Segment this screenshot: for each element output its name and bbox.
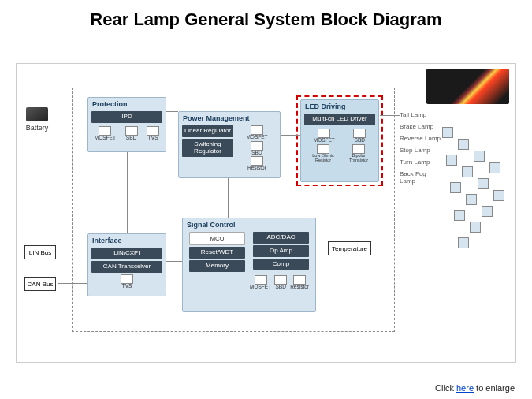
page-title: Rear Lamp General System Block Diagram [0,0,532,35]
led-node [489,162,500,173]
block-interface: Interface LIN/CXPI CAN Transceiver TVS [87,233,166,296]
symbol-sbd [125,126,138,136]
led-node [474,151,485,162]
led-node [493,190,504,201]
can-bus-port: CAN Bus [24,277,56,291]
chip-adc-dac: ADC/DAC [253,232,309,244]
connector-line [166,261,182,262]
lamp-label-turn: Turn Lamp [400,158,430,166]
led-node [442,127,453,138]
sym-label-sbd-sc: SBD [275,285,285,290]
chip-mcu: MCU [189,232,245,245]
sym-label-mosfet-sc: MOSFET [250,285,271,290]
chip-can-transceiver: CAN Transceiver [91,261,162,273]
led-node [458,139,469,150]
symbol-tvs-if [121,274,133,284]
symbol-mosfet [99,126,111,136]
led-node [454,210,465,221]
symbol-resistor-sc [293,275,306,285]
connector-line [127,152,128,233]
enlarge-link[interactable]: here [456,383,474,393]
diagram-canvas: Battery LIN Bus CAN Bus Protection IPD M… [16,63,516,363]
connector-line [50,114,87,114]
lamp-label-tail: Tail Lamp [400,111,426,118]
sym-label-sbd: SBD [126,136,136,141]
block-signal-control: Signal Control MCU Reset/WDT Memory ADC/… [182,218,316,312]
battery-label: Battery [23,124,51,132]
led-node [458,237,469,248]
connector-line [58,283,87,284]
lamp-label-reverse: Reverse Lamp [400,135,441,142]
sym-label-mosfet-pm: MOSFET [246,135,267,140]
sym-label-tvs: TVS [148,136,158,141]
chip-opamp: Op Amp [253,245,309,257]
sym-label-resistor-pm: Resistor [247,166,266,171]
rear-lamp-photo [426,69,509,104]
led-node [446,155,457,166]
block-protection-title: Protection [88,98,166,110]
chip-ipd: IPD [91,111,162,123]
lin-bus-port: LIN Bus [24,245,56,259]
connector-line [317,248,328,248]
block-power-management: Power Management Linear Regulator Switch… [178,111,281,178]
led-node [466,194,477,205]
block-protection: Protection IPD MOSFET SBD TVS [87,97,166,152]
footer-suffix: to enlarge [474,383,515,393]
chip-memory: Memory [189,260,245,272]
block-signal-title: Signal Control [183,218,315,230]
connector-line [58,252,87,252]
led-node [470,222,481,233]
block-power-title: Power Management [179,112,280,124]
chip-lin-cxpi: LIN/CXPI [91,248,162,259]
sym-label-sbd-pm: SBD [251,151,262,156]
sym-label-tvs-if: TVS [122,284,132,289]
temperature-port: Temperature [328,241,371,255]
connector-line [166,111,178,112]
led-node [482,206,493,217]
connector-line [380,115,400,116]
symbol-sbd-pm [251,141,263,151]
footer-prefix: Click [435,383,456,393]
chip-switching-regulator: Switching Regulator [182,139,233,158]
symbol-tvs [147,126,159,136]
block-interface-title: Interface [88,234,166,246]
chip-linear-regulator: Linear Regulator [182,125,233,137]
symbol-sbd-sc [274,275,287,285]
led-node [450,182,461,193]
led-node [478,178,489,189]
lamp-label-stop: Stop Lamp [400,147,430,154]
connector-line [281,135,300,136]
battery-icon [26,107,48,121]
chip-comp: Comp [253,259,309,270]
symbol-mosfet-sc [255,275,267,285]
connector-line [228,178,229,218]
lamp-label-backfog: Back Fog Lamp [400,170,431,185]
footer-enlarge: Click here to enlarge [435,383,515,393]
chip-reset-wdt: Reset/WDT [189,247,245,259]
lamp-label-brake: Brake Lamp [400,123,433,130]
sym-label-resistor-sc: Resistor [290,285,309,290]
led-node [462,166,473,177]
sym-label-mosfet: MOSFET [95,136,116,141]
led-driving-highlight [296,95,383,186]
